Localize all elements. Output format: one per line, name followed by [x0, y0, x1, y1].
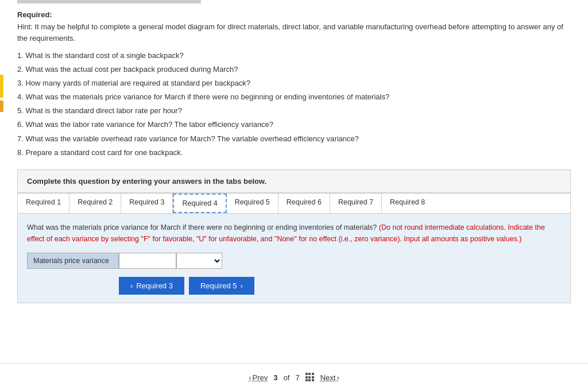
- tab-required-3[interactable]: Required 3: [121, 194, 173, 213]
- forward-button[interactable]: Required 5 ›: [189, 277, 254, 295]
- tab-question-main: What was the materials price variance fo…: [27, 223, 377, 231]
- required-label: Required:: [17, 10, 571, 19]
- list-item: 1. What is the standard cost of a single…: [17, 49, 571, 62]
- grid-cell: [305, 376, 308, 379]
- variance-label: Materials price variance: [27, 253, 119, 269]
- prev-button[interactable]: ‹ Prev: [249, 373, 268, 382]
- list-item: 8. Prepare a standard cost card for one …: [17, 146, 571, 159]
- grid-cell: [308, 373, 311, 375]
- grid-cell: [312, 379, 314, 381]
- next-button[interactable]: Next ›: [320, 373, 339, 382]
- questions-list: 1. What is the standard cost of a single…: [17, 49, 571, 159]
- list-item: 2. What was the actual cost per backpack…: [17, 63, 571, 76]
- next-chevron-icon: ›: [336, 373, 339, 382]
- main-content: Required: Hint: It may be helpful to com…: [0, 3, 588, 363]
- back-button-label: Required 3: [136, 281, 173, 290]
- tab-content-area: What was the materials price variance fo…: [18, 214, 570, 303]
- side-indicator-yellow: [0, 75, 3, 98]
- tabs-row: Required 1 Required 2 Required 3 Require…: [18, 194, 570, 214]
- back-button[interactable]: ‹ Required 3: [119, 277, 184, 295]
- variance-effect-select[interactable]: F U None: [176, 253, 222, 269]
- prev-label: Prev: [253, 373, 268, 382]
- grid-cell: [305, 379, 308, 381]
- prev-chevron-icon: ‹: [249, 373, 251, 382]
- list-item: 4. What was the materials price variance…: [17, 91, 571, 103]
- page-wrapper: Required: Hint: It may be helpful to com…: [0, 0, 588, 390]
- list-item: 7. What was the variable overhead rate v…: [17, 133, 571, 145]
- grid-cell: [308, 379, 311, 381]
- variance-row: Materials price variance F U None: [27, 253, 561, 269]
- grid-cell: [312, 376, 314, 379]
- next-label: Next: [320, 373, 336, 382]
- tab-required-1[interactable]: Required 1: [18, 194, 69, 213]
- tab-required-6[interactable]: Required 6: [278, 194, 330, 213]
- of-label: of: [284, 373, 290, 382]
- grid-cell: [308, 376, 311, 379]
- tabs-section: Required 1 Required 2 Required 3 Require…: [17, 193, 571, 303]
- tab-required-7[interactable]: Required 7: [330, 194, 382, 213]
- tab-content-question: What was the materials price variance fo…: [27, 222, 561, 245]
- side-indicator-orange: [0, 101, 3, 112]
- list-item: 3. How many yards of material are requir…: [17, 77, 571, 90]
- forward-button-label: Required 5: [200, 281, 237, 290]
- tab-required-2[interactable]: Required 2: [69, 194, 121, 213]
- tab-required-8[interactable]: Required 8: [382, 194, 433, 213]
- grid-cell: [305, 373, 308, 375]
- tab-required-5[interactable]: Required 5: [227, 194, 278, 213]
- bottom-pagination: ‹ Prev 3 of 7 Next ›: [0, 363, 588, 390]
- list-item: 5. What is the standard direct labor rat…: [17, 105, 571, 117]
- tab-required-4[interactable]: Required 4: [173, 194, 226, 213]
- grid-icon[interactable]: [305, 373, 315, 382]
- grid-cell: [312, 373, 314, 375]
- variance-amount-input[interactable]: [119, 253, 176, 269]
- list-item: 6. What was the labor rate variance for …: [17, 118, 571, 131]
- chevron-right-icon: ›: [241, 281, 243, 290]
- current-page: 3: [273, 373, 277, 382]
- chevron-left-icon: ‹: [130, 281, 133, 290]
- complete-question-box: Complete this question by entering your …: [17, 169, 571, 193]
- hint-text: Hint: It may be helpful to complete a ge…: [17, 21, 571, 44]
- nav-buttons: ‹ Required 3 Required 5 ›: [119, 277, 561, 295]
- total-pages: 7: [295, 373, 299, 382]
- complete-question-text: Complete this question by entering your …: [27, 177, 266, 186]
